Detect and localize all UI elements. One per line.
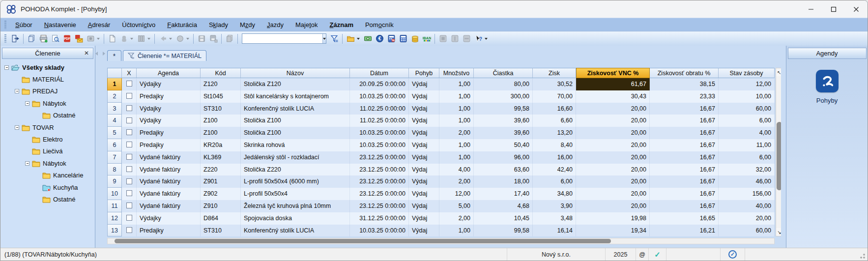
tree-item-predaj[interactable]: PREDAJ bbox=[0, 86, 95, 97]
column-header-ciastka[interactable]: Čiastka bbox=[474, 68, 533, 78]
table-row[interactable]: 3VýdajkyST310Konferenčný stolík LUCIA11.… bbox=[107, 103, 775, 115]
context-help-dropdown-caret[interactable] bbox=[485, 38, 488, 40]
collapse-icon[interactable] bbox=[25, 101, 29, 106]
checkbox[interactable] bbox=[126, 93, 132, 99]
row-checkbox[interactable] bbox=[122, 200, 137, 212]
menu-item-fakturacia[interactable]: Fakturácia bbox=[161, 18, 203, 31]
table-row[interactable]: 13PredajkyST310Konferenčný stolík LUCIA1… bbox=[107, 225, 775, 237]
tree-item-kuchyna[interactable]: Kuchyňa bbox=[0, 181, 95, 193]
minimize-button[interactable] bbox=[800, 0, 822, 18]
pohyby-agenda-label[interactable]: Pohyby bbox=[816, 97, 838, 104]
tree-item-material[interactable]: MATERIÁL bbox=[0, 73, 95, 85]
documents-folder-dropdown-caret[interactable] bbox=[357, 38, 360, 40]
pohyby-agenda-icon[interactable] bbox=[816, 70, 839, 92]
filter-icon[interactable] bbox=[328, 33, 340, 45]
navigate-back-icon[interactable] bbox=[157, 33, 169, 45]
close-button[interactable] bbox=[845, 0, 868, 18]
row-checkbox[interactable] bbox=[122, 164, 137, 176]
menu-item-uctovnictvo[interactable]: Účtovníctvo bbox=[116, 18, 161, 31]
row-checkbox[interactable] bbox=[122, 175, 137, 188]
row-checkbox[interactable] bbox=[122, 225, 137, 237]
column-header-x[interactable]: X bbox=[122, 68, 137, 78]
save-icon[interactable] bbox=[196, 33, 207, 45]
menu-item-mzdy[interactable]: Mzdy bbox=[234, 18, 261, 31]
checkbox[interactable] bbox=[126, 142, 132, 147]
tree-item-nabytok[interactable]: Nábytok bbox=[0, 97, 95, 109]
menu-item-pomocnik[interactable]: Pomocník bbox=[359, 18, 400, 31]
iban-icon[interactable]: IBAN bbox=[421, 33, 433, 45]
column-header-mnozstvo[interactable]: Množstvo bbox=[439, 68, 474, 78]
column-header-pohyb[interactable]: Pohyb bbox=[409, 68, 439, 78]
menu-item-adresar[interactable]: Adresár bbox=[82, 18, 116, 31]
print-icon[interactable] bbox=[37, 33, 49, 45]
search-input[interactable] bbox=[242, 34, 322, 43]
tab-filter[interactable]: Členenie *= MATERIÁL bbox=[123, 50, 206, 61]
horizontal-scrollbar[interactable] bbox=[107, 238, 775, 244]
print-preview-icon[interactable] bbox=[49, 33, 61, 45]
table-row[interactable]: 6PredajkyKR20aSkrinka rohová10.03.25 0:0… bbox=[107, 139, 775, 151]
menu-item-majetok[interactable]: Majetok bbox=[289, 18, 324, 31]
row-checkbox[interactable] bbox=[122, 188, 137, 200]
tree-item-vsetky-sklady[interactable]: Všetky sklady bbox=[0, 61, 95, 73]
column-header-ziskovost-obratu[interactable]: Ziskovosť obratu % bbox=[650, 68, 719, 78]
scroll-first-icon[interactable]: ↖ bbox=[776, 68, 781, 76]
row-checkbox[interactable] bbox=[122, 139, 137, 151]
table-row[interactable]: 9Vydané faktúryZ901L-profil 50x50x4 (600… bbox=[107, 175, 775, 188]
column-header-zisk[interactable]: Zisk bbox=[533, 68, 576, 78]
checkbox[interactable] bbox=[126, 129, 132, 135]
table-row[interactable]: 5PredajkyZ100Stolička Z10010.03.25 0:00:… bbox=[107, 127, 775, 139]
checkbox[interactable] bbox=[126, 105, 132, 111]
collapse-icon[interactable] bbox=[15, 89, 19, 93]
table-row[interactable]: 2PredajkySt1045Stôl kancelársky s kontaj… bbox=[107, 90, 775, 103]
copy-icon[interactable] bbox=[26, 33, 37, 45]
edit-record-icon[interactable] bbox=[118, 33, 130, 45]
tree-item-elektro[interactable]: Elektro bbox=[0, 133, 95, 145]
checkbox[interactable] bbox=[126, 227, 132, 233]
columns-dropdown-caret[interactable] bbox=[147, 38, 150, 40]
search-dropdown-button[interactable] bbox=[322, 34, 326, 43]
checkbox[interactable] bbox=[126, 166, 132, 172]
row-checkbox[interactable] bbox=[122, 78, 137, 90]
checkbox[interactable] bbox=[126, 117, 132, 123]
new-record-icon[interactable] bbox=[106, 33, 118, 45]
vertical-scroll-thumb[interactable] bbox=[777, 122, 781, 190]
reports-icon[interactable] bbox=[85, 33, 96, 45]
row-checkbox[interactable] bbox=[122, 103, 137, 115]
column-header-kod[interactable]: Kód bbox=[201, 68, 241, 78]
menu-item-zaznam[interactable]: Záznam bbox=[324, 18, 359, 31]
vertical-scrollbar[interactable]: ↖ ↘ bbox=[776, 68, 781, 236]
menu-item-jazdy[interactable]: Jazdy bbox=[261, 18, 289, 31]
coins-icon[interactable] bbox=[409, 33, 421, 45]
tree-item-kancelarie[interactable]: Kancelárie bbox=[0, 170, 95, 181]
tree-item-nabytok[interactable]: Nábytok bbox=[0, 157, 95, 169]
toolbar-grip[interactable] bbox=[4, 34, 6, 43]
table-row[interactable]: 12VýdajkyD864Spojovacia doska31.12.25 0:… bbox=[107, 212, 775, 225]
table-row[interactable]: 7Vydané faktúryKL369Jedálenský stôl - ro… bbox=[107, 151, 775, 164]
tab-default[interactable]: * bbox=[107, 50, 121, 61]
history-dropdown-caret[interactable] bbox=[186, 38, 189, 40]
column-header-datum[interactable]: Dátum bbox=[350, 68, 409, 78]
vertical-scroll-track[interactable] bbox=[776, 76, 781, 228]
checkbox[interactable] bbox=[126, 178, 132, 184]
save-new-icon[interactable] bbox=[207, 33, 219, 45]
column-header-nazov[interactable]: Názov bbox=[241, 68, 350, 78]
table-row[interactable]: 4VýdajkyZ100Stolička Z10011.02.25 0:00:0… bbox=[107, 115, 775, 127]
tree-item-ostatne[interactable]: Ostatné bbox=[0, 110, 95, 121]
column-header-stav-zasoby[interactable]: Stav zásoby bbox=[719, 68, 775, 78]
resize-grip[interactable] bbox=[859, 252, 866, 259]
checkbox[interactable] bbox=[126, 81, 132, 87]
menu-item-nastavenie[interactable]: Nastavenie bbox=[38, 18, 82, 31]
menu-item-sklady[interactable]: Sklady bbox=[203, 18, 234, 31]
navigate-back-dropdown-caret[interactable] bbox=[169, 38, 172, 40]
row-checkbox[interactable] bbox=[122, 115, 137, 127]
status-year[interactable]: 2025 bbox=[605, 248, 636, 261]
row-checkbox[interactable] bbox=[122, 212, 137, 225]
price-calculator-icon[interactable]: % bbox=[385, 33, 397, 45]
table-row[interactable]: 11Vydané faktúryZ910Železná tyč kruhová … bbox=[107, 200, 775, 212]
table-row[interactable]: 8Vydané faktúryZ220Stolička Z22023.12.25… bbox=[107, 164, 775, 176]
checkbox[interactable] bbox=[126, 154, 132, 160]
status-at-sign[interactable]: @ bbox=[636, 248, 648, 261]
row-checkbox[interactable] bbox=[122, 151, 137, 164]
menu-grip[interactable] bbox=[4, 21, 6, 29]
status-company[interactable]: Nový s.r.o. bbox=[507, 248, 605, 261]
